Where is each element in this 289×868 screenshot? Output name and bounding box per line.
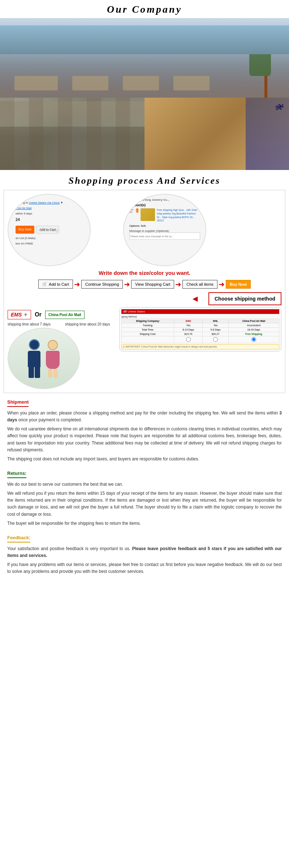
returns-para-3: The buyer will be responsible for the sh… [7, 520, 282, 527]
shipment-section: Shipment When you place an order, please… [7, 399, 282, 463]
feedback-section: Feedback: Your satisfaction and positive… [7, 534, 282, 575]
bottom-row: EMS ✈ Or China Post Air Mail shipping ti… [8, 307, 281, 389]
returns-para-2: We will refund you if you return the ite… [7, 490, 282, 518]
step-buy-now: Buy Now [226, 280, 251, 289]
top-circles-row: hipping to United States Via China ▼ Pos… [8, 194, 281, 266]
arrow-choose-shipping: ◄ [191, 294, 199, 304]
left-product-circle: hipping to United States Via China ▼ Pos… [8, 194, 91, 266]
table-row: Tracking: Yes Yes Inconsistent [122, 323, 279, 328]
shipping-to-line: hipping to United States Via China ▼ [16, 201, 83, 205]
table-row: Shipping Cost: $19.79 $20.27 Free Shippi… [122, 332, 279, 336]
shipping-destination[interactable]: United States Via China [29, 201, 60, 204]
or-separator: Or [35, 311, 42, 318]
us-flag-bar: 🇺🇸 United States [121, 309, 279, 314]
company-warehouse-images: 94 [0, 98, 289, 170]
shipping-table: 🇺🇸 United States pping Method Shipping C… [119, 307, 281, 352]
right-order-circle: eller: ZhouYang Jewelry Cu... Product(s)… [123, 194, 206, 266]
text-sections: Shipment When you place an order, please… [7, 399, 282, 575]
warehouse-right-image: 94 [144, 98, 289, 170]
left-circle-content: hipping to United States Via China ▼ Pos… [8, 195, 90, 252]
step-view-cart: View Shopping Cart [131, 280, 174, 289]
feedback-para-2: If you have any problems with our items … [7, 561, 282, 575]
shopping-process-section: Shopping process And Services hipping to… [0, 170, 289, 575]
returns-para-1: We do our best to serve our customers th… [7, 481, 282, 488]
shopping-title: Shopping process And Services [0, 170, 289, 190]
dhl-radio[interactable] [213, 337, 218, 342]
delivery-person-circle: ◄ [8, 328, 80, 389]
shipping-comparison-table: Shipping Company: EMS DHL China Post Air… [121, 319, 279, 343]
step-add-to-cart: 🛒 Add to Cart [38, 280, 73, 289]
china-post-shipping-time: shipping time about 20 days [65, 322, 110, 326]
right-circle-content: eller: ZhouYang Jewelry Cu... Product(s)… [124, 195, 206, 243]
returns-section: Returns: We do our best to serve our cus… [7, 470, 282, 527]
process-flow: 🛒 Add to Cart ➜ Continue Shopping ➜ View… [8, 280, 281, 289]
shipment-label: Shipment [7, 399, 29, 407]
arrow-3: ➜ [175, 280, 181, 289]
table-row: Total Time: 8-13 Days 5-8 Days 18-43 Day… [122, 328, 279, 332]
ems-radio[interactable] [186, 337, 191, 342]
china-post-option[interactable]: China Post Air Mail [45, 311, 85, 319]
shipment-para-1: When you place an order, please choose a… [7, 410, 282, 424]
table-row-radio [122, 336, 279, 343]
shipment-para-2: We do not uarantee delivery time on all … [7, 426, 282, 454]
shipping-options-row: EMS ✈ Or China Post Air Mail [8, 310, 116, 319]
shipment-para-3: The shipping cost does not include any i… [7, 456, 282, 463]
message-to-supplier-input[interactable] [129, 233, 200, 240]
add-to-cart-button[interactable]: Add to Cart [36, 226, 59, 234]
step-continue-shopping: Continue Shopping [81, 280, 123, 289]
choose-shipping-label: Choose shipping method [208, 292, 281, 305]
diagram-area: hipping to United States Via China ▼ Pos… [4, 190, 285, 393]
post-air-mail-link[interactable]: Post Air Mail [16, 206, 83, 211]
step-check-items: Check all items [182, 280, 217, 289]
warehouse-left-image [0, 98, 144, 170]
our-company-section: Our Company 94 [0, 0, 289, 170]
buy-now-button[interactable]: Buy Now [16, 226, 34, 234]
arrow-4: ➜ [219, 280, 225, 289]
important-note: ⚠ IMPORTANT: China Post Air Mail deliver… [121, 344, 279, 349]
our-company-title: Our Company [0, 0, 289, 18]
arrow-1: ➜ [74, 280, 80, 289]
product-thumbnail [141, 208, 155, 221]
arrow-2: ➜ [124, 280, 130, 289]
company-office-image [0, 18, 289, 98]
china-post-radio[interactable] [251, 337, 256, 342]
write-down-instruction: Write down the size/color you want. [8, 270, 281, 276]
feedback-para-1: Your satisfaction and positive feedback … [7, 545, 282, 559]
returns-label: Returns: [7, 470, 26, 478]
feedback-label: Feedback: [7, 534, 30, 542]
ems-option[interactable]: EMS ✈ [8, 310, 31, 319]
ems-shipping-time: shipping time about 7 days [8, 322, 51, 326]
